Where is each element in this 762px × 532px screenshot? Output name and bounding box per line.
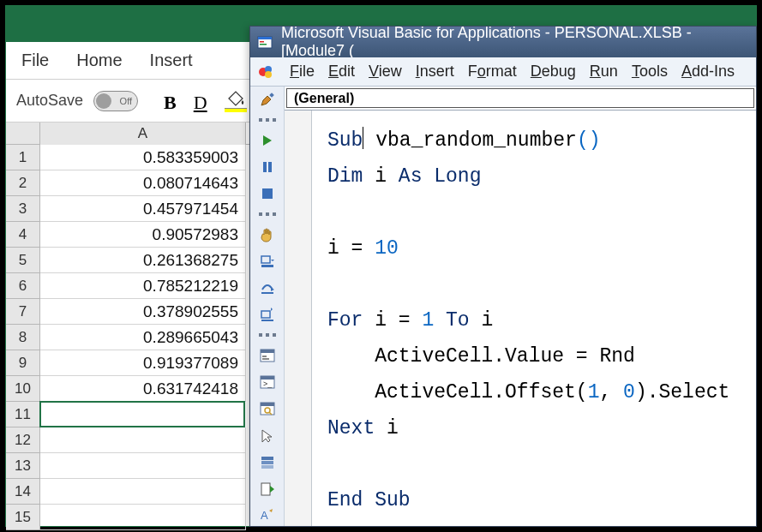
svg-rect-3: [260, 44, 267, 45]
cell-a12[interactable]: [40, 427, 246, 453]
cell-a14[interactable]: [40, 479, 246, 505]
vba-menu-addins[interactable]: Add-Ins: [681, 63, 735, 81]
column-header-a[interactable]: A: [40, 123, 246, 145]
vba-doc-icon[interactable]: [257, 63, 276, 81]
row-header[interactable]: 15: [6, 505, 40, 530]
svg-point-6: [265, 71, 272, 78]
paint-bucket-icon: [225, 90, 247, 107]
cell-a4[interactable]: 0.90572983: [40, 222, 246, 248]
run-button[interactable]: [255, 130, 279, 150]
autosave-toggle[interactable]: Off: [93, 91, 138, 111]
vba-procedure-bar: (General): [285, 87, 756, 111]
vba-app-icon: [257, 34, 273, 50]
vba-window: Microsoft Visual Basic for Applications …: [249, 26, 757, 527]
select-all-corner[interactable]: [6, 123, 40, 145]
step-into-icon[interactable]: [255, 251, 279, 271]
svg-rect-30: [261, 483, 270, 495]
cell-a13[interactable]: [40, 453, 246, 479]
cell-a15[interactable]: [40, 505, 246, 530]
vba-menubar: File Edit View Insert Format Debug Run T…: [250, 57, 756, 87]
row-header[interactable]: 14: [6, 479, 40, 505]
svg-rect-9: [268, 162, 272, 172]
cell-a8[interactable]: 0.289665043: [40, 325, 246, 350]
svg-rect-14: [261, 311, 270, 318]
watch-window-icon[interactable]: [255, 399, 279, 419]
row-header[interactable]: 7: [6, 299, 40, 325]
pause-button[interactable]: [255, 158, 279, 177]
row-header[interactable]: 13: [6, 453, 40, 479]
cell-a3[interactable]: 0.457971454: [40, 196, 246, 222]
vba-menu-format[interactable]: Format: [468, 63, 517, 81]
design-mode-button[interactable]: [255, 90, 279, 110]
svg-rect-15: [261, 320, 273, 321]
row-header[interactable]: 5: [6, 248, 40, 273]
svg-rect-1: [258, 37, 272, 39]
row-header[interactable]: 2: [6, 170, 40, 196]
call-stack-icon[interactable]: [255, 452, 279, 472]
svg-rect-7: [269, 93, 274, 98]
hand-icon[interactable]: [255, 224, 279, 244]
row-header[interactable]: 6: [6, 273, 40, 299]
fill-color-button[interactable]: [225, 90, 247, 112]
svg-rect-18: [262, 356, 267, 357]
cell-a6[interactable]: 0.785212219: [40, 273, 246, 299]
row-header[interactable]: 12: [6, 427, 40, 453]
row-header[interactable]: 3: [6, 196, 40, 222]
row-header[interactable]: 11: [6, 402, 40, 427]
autosave-label: AutoSave: [16, 92, 83, 110]
vba-title-text: Microsoft Visual Basic for Applications …: [281, 24, 756, 60]
compile-icon[interactable]: [255, 479, 279, 499]
step-out-icon[interactable]: [255, 305, 279, 325]
vba-main-panel: (General) Sub vba_random_number() Dim i …: [285, 87, 756, 526]
underline-button[interactable]: D: [194, 93, 207, 112]
cell-a10[interactable]: 0.631742418: [40, 376, 246, 402]
object-dropdown[interactable]: (General): [286, 88, 754, 108]
row-header[interactable]: 4: [6, 222, 40, 248]
svg-rect-27: [261, 457, 273, 460]
svg-text:A: A: [261, 509, 268, 522]
code-editor[interactable]: Sub vba_random_number() Dim i As Long i …: [312, 111, 756, 526]
svg-rect-28: [261, 461, 273, 464]
vba-menu-tools[interactable]: Tools: [632, 63, 668, 81]
svg-rect-19: [262, 358, 269, 360]
quick-watch-icon[interactable]: [255, 426, 279, 445]
cell-a1[interactable]: 0.583359003: [40, 145, 246, 170]
svg-rect-10: [262, 188, 273, 199]
vba-menu-run[interactable]: Run: [590, 63, 618, 81]
ribbon-tab-home[interactable]: Home: [76, 51, 122, 70]
cell-a11[interactable]: [39, 401, 245, 427]
vba-menu-view[interactable]: View: [369, 63, 402, 81]
row-header[interactable]: 1: [6, 145, 40, 170]
toolbar-divider: [259, 212, 276, 216]
locals-window-icon[interactable]: [255, 345, 279, 365]
svg-text:>_: >_: [263, 380, 273, 388]
row-header[interactable]: 8: [6, 325, 40, 350]
vba-menu-edit[interactable]: Edit: [328, 63, 355, 81]
vba-titlebar[interactable]: Microsoft Visual Basic for Applications …: [250, 27, 756, 57]
immediate-window-icon[interactable]: >_: [255, 372, 279, 392]
svg-rect-12: [261, 265, 273, 267]
ribbon-tab-insert[interactable]: Insert: [150, 51, 193, 70]
cell-a5[interactable]: 0.261368275: [40, 248, 246, 273]
cell-a9[interactable]: 0.919377089: [40, 350, 246, 376]
cell-a7[interactable]: 0.378902555: [40, 299, 246, 325]
stop-button[interactable]: [255, 184, 279, 204]
vba-menu-file[interactable]: File: [290, 63, 315, 81]
cell-a2[interactable]: 0.080714643: [40, 170, 246, 196]
vba-menu-debug[interactable]: Debug: [531, 63, 576, 81]
bold-button[interactable]: B: [164, 93, 177, 112]
toggle-knob: [96, 93, 111, 109]
vba-debug-toolbar: >_ A: [250, 87, 285, 526]
step-over-icon[interactable]: [255, 278, 279, 298]
toggle-bookmark-icon[interactable]: A: [255, 506, 279, 526]
vba-code-area: Sub vba_random_number() Dim i As Long i …: [285, 111, 756, 526]
fill-color-swatch: [225, 108, 247, 112]
svg-rect-11: [261, 256, 270, 263]
row-header[interactable]: 9: [6, 350, 40, 376]
vba-menu-insert[interactable]: Insert: [416, 63, 454, 81]
svg-rect-8: [263, 162, 267, 172]
ribbon-tab-file[interactable]: File: [21, 51, 49, 70]
font-format-group: B D: [164, 90, 247, 112]
row-header[interactable]: 10: [6, 376, 40, 402]
svg-rect-13: [261, 292, 273, 294]
